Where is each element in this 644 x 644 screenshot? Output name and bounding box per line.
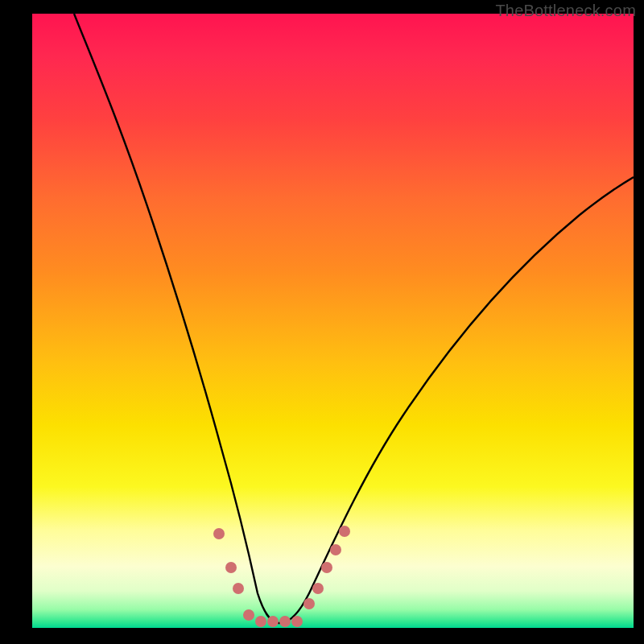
- marker-dot: [291, 616, 303, 627]
- marker-group: [213, 526, 350, 627]
- marker-dot: [279, 616, 291, 627]
- marker-dot: [225, 562, 237, 573]
- marker-dot: [312, 583, 324, 594]
- marker-dot: [303, 598, 315, 609]
- marker-dot: [330, 544, 341, 555]
- marker-dot: [267, 616, 279, 627]
- marker-dot: [233, 583, 244, 594]
- watermark-text: TheBottleneck.com: [495, 2, 636, 20]
- marker-dot: [321, 562, 332, 573]
- marker-dot: [339, 526, 350, 537]
- marker-dot: [255, 616, 266, 627]
- chart-frame: TheBottleneck.com: [0, 0, 644, 644]
- plot-area: [32, 14, 634, 628]
- bottleneck-curve: [74, 14, 634, 623]
- marker-dot: [213, 528, 225, 539]
- curve-layer: [32, 14, 634, 628]
- marker-dot: [243, 609, 254, 621]
